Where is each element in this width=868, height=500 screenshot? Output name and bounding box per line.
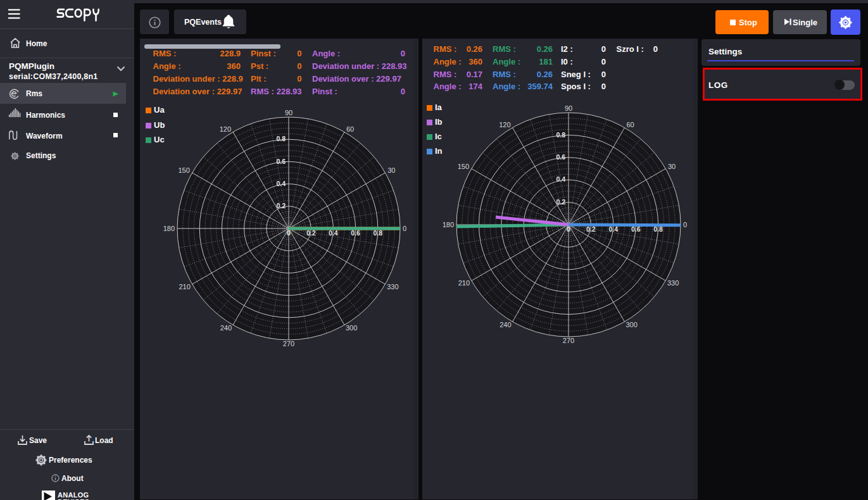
svg-text:60: 60 (627, 121, 634, 128)
svg-text:90: 90 (565, 104, 572, 112)
svg-text:0.2: 0.2 (276, 202, 286, 209)
svg-text:210: 210 (179, 283, 190, 291)
svg-text:270: 270 (283, 340, 294, 347)
svg-text:120: 120 (220, 125, 231, 133)
svg-text:0: 0 (683, 221, 687, 228)
svg-text:0.8: 0.8 (556, 131, 565, 139)
svg-text:300: 300 (626, 321, 638, 328)
svg-text:150: 150 (178, 166, 189, 174)
svg-text:0.6: 0.6 (556, 153, 565, 161)
svg-text:120: 120 (499, 121, 510, 128)
svg-text:0.6: 0.6 (276, 158, 286, 165)
svg-text:60: 60 (346, 125, 354, 133)
svg-text:300: 300 (346, 324, 357, 332)
svg-text:330: 330 (667, 279, 679, 287)
svg-text:0: 0 (403, 225, 406, 232)
svg-text:150: 150 (458, 163, 469, 170)
svg-text:180: 180 (163, 225, 175, 232)
svg-text:30: 30 (668, 163, 676, 170)
svg-text:270: 270 (563, 337, 574, 344)
svg-text:0.4: 0.4 (556, 175, 565, 183)
svg-text:0.8: 0.8 (276, 135, 286, 142)
svg-text:0.2: 0.2 (556, 198, 565, 206)
svg-text:0.4: 0.4 (276, 180, 286, 187)
svg-text:330: 330 (387, 283, 398, 291)
svg-text:30: 30 (387, 166, 395, 174)
svg-text:240: 240 (500, 321, 511, 328)
svg-text:90: 90 (285, 109, 292, 116)
svg-text:210: 210 (458, 279, 470, 287)
svg-text:240: 240 (220, 324, 232, 332)
svg-text:180: 180 (443, 221, 454, 228)
